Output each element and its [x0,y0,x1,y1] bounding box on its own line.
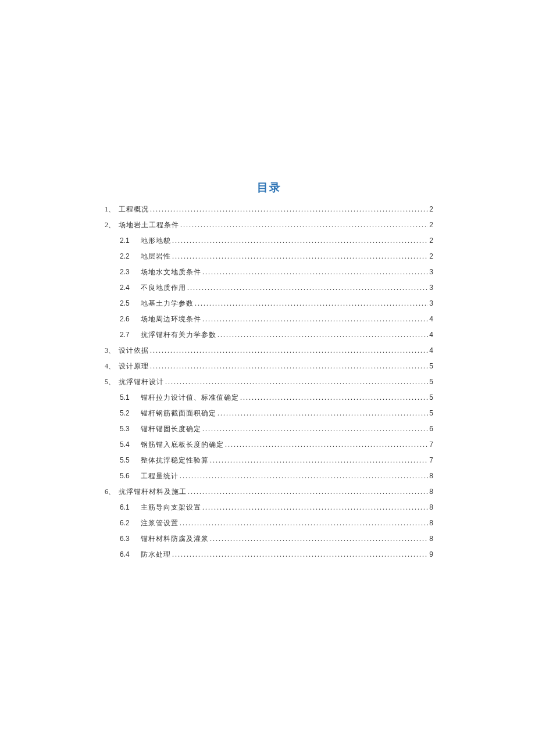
toc-entry-text: 场地周边环境条件 [141,316,201,323]
toc-leader-dots [172,253,428,260]
toc-entry-page: 5 [429,410,433,417]
toc-entry-page: 2 [429,253,433,260]
toc-entry-page: 3 [429,300,433,307]
toc-entry-text: 工程量统计 [141,472,179,479]
toc-leader-dots [172,551,428,558]
toc-title: 目录 [105,180,433,195]
toc-leader-dots [217,410,428,417]
toc-entry-number: 6.3 [120,535,130,542]
toc-leader-dots [217,331,428,338]
toc-entry-text: 锚杆锚固长度确定 [141,425,201,432]
toc-leader-dots [202,268,428,275]
toc-entry-number: 2.2 [120,253,130,260]
toc-entry-text: 场地水文地质条件 [141,268,201,275]
toc-leader-dots [180,221,428,228]
toc-entry-page: 2 [429,237,433,244]
toc-entry-text: 整体抗浮稳定性验算 [141,457,209,464]
document-page: 目录 1、工程概况22、场地岩土工程条件22.1地形地貌22.2地层岩性 22.… [0,0,535,558]
toc-entry-number: 1、 [105,206,115,213]
toc-entry: 6、抗浮锚杆材料及施工8 [105,488,433,495]
toc-entry-text: 抗浮锚杆有关力学参数 [141,331,216,338]
toc-entry: 6.1主筋导向支架设置8 [120,504,433,511]
toc-entry-text: 抗浮锚杆设计 [119,378,164,385]
toc-entry-page: 8 [429,535,433,542]
toc-entry: 2.2地层岩性 2 [120,253,433,260]
toc-entry-number: 5.6 [120,472,130,479]
toc-entry: 4、设计原理5 [105,363,433,370]
toc-entry-page: 9 [429,551,433,558]
toc-entry: 2.1地形地貌2 [120,237,433,244]
toc-leader-dots [165,378,428,385]
toc-entry-page: 8 [429,519,433,526]
toc-entry-page: 7 [429,441,433,448]
toc-entry-text: 抗浮锚杆材料及施工 [119,488,187,495]
toc-entry-page: 2 [429,221,433,228]
toc-entry-text: 不良地质作用 [141,284,186,291]
toc-entry: 5.1锚杆拉力设计值、标准值确定5 [120,394,433,401]
toc-entry-number: 2.4 [120,284,130,291]
toc-entry: 5.4钢筋锚入底板长度的确定 7 [120,441,433,448]
toc-leader-dots [150,347,428,354]
toc-entry: 2.3场地水文地质条件3 [120,268,433,275]
toc-leader-dots [172,237,428,244]
toc-entry-number: 5.2 [120,410,130,417]
toc-entry-number: 2、 [105,221,115,228]
toc-entry-number: 4、 [105,363,115,370]
toc-entry-page: 4 [429,331,433,338]
toc-leader-dots [202,316,428,323]
toc-entry-number: 2.1 [120,237,130,244]
toc-entry: 6.3锚杆材料防腐及灌浆8 [120,535,433,542]
toc-entry: 6.4防水处理 9 [120,551,433,558]
toc-entry: 2.4不良地质作用 3 [120,284,433,291]
toc-leader-dots [150,206,428,213]
toc-entry-text: 场地岩土工程条件 [119,221,179,228]
toc-entry-page: 2 [429,206,433,213]
toc-leader-dots [180,472,428,479]
toc-entry-text: 地层岩性 [141,253,171,260]
toc-entry: 5.5整体抗浮稳定性验算7 [120,457,433,464]
toc-entry-number: 3、 [105,347,115,354]
toc-entry-page: 5 [429,394,433,401]
toc-entry: 6.2注浆管设置 8 [120,519,433,526]
toc-entry-page: 4 [429,316,433,323]
toc-entry: 2.7抗浮锚杆有关力学参数4 [120,331,433,338]
toc-entry-number: 6.1 [120,504,130,511]
toc-leader-dots [210,457,428,464]
toc-leader-dots [187,284,428,291]
toc-leader-dots [180,519,428,526]
toc-leader-dots [210,535,428,542]
toc-entry-page: 8 [429,488,433,495]
toc-entry-text: 锚杆钢筋截面面积确定 [141,410,216,417]
toc-leader-dots [202,504,428,511]
toc-entry-number: 2.3 [120,268,130,275]
toc-entry-number: 5、 [105,378,115,385]
toc-entry-number: 6.4 [120,551,130,558]
toc-entry-page: 3 [429,284,433,291]
toc-entry-number: 5.5 [120,457,130,464]
toc-entry-text: 锚杆材料防腐及灌浆 [141,535,209,542]
toc-entry-number: 2.6 [120,316,130,323]
toc-entry: 5.3锚杆锚固长度确定6 [120,425,433,432]
toc-leader-dots [150,363,428,370]
toc-entry-page: 6 [429,425,433,432]
toc-entry-page: 4 [429,347,433,354]
toc-entry: 5.2锚杆钢筋截面面积确定5 [120,410,433,417]
toc-entry: 1、工程概况2 [105,206,433,213]
toc-leader-dots [195,300,428,307]
toc-entry: 2、场地岩土工程条件2 [105,221,433,228]
toc-entry-text: 钢筋锚入底板长度的确定 [141,441,224,448]
toc-entry-number: 5.4 [120,441,130,448]
toc-leader-dots [202,425,428,432]
toc-entry-text: 主筋导向支架设置 [141,504,201,511]
toc-entry-text: 地基土力学参数 [141,300,194,307]
toc-entry-number: 2.5 [120,300,130,307]
toc-leader-dots [188,488,428,495]
toc-entry-page: 5 [429,378,433,385]
toc-entry-number: 5.1 [120,394,130,401]
toc-entry-page: 7 [429,457,433,464]
toc-entry-text: 工程概况 [119,206,149,213]
toc-entry-text: 防水处理 [141,551,171,558]
toc-entry: 5.6工程量统计 8 [120,472,433,479]
toc-entry-number: 6.2 [120,519,130,526]
toc-leader-dots [225,441,428,448]
